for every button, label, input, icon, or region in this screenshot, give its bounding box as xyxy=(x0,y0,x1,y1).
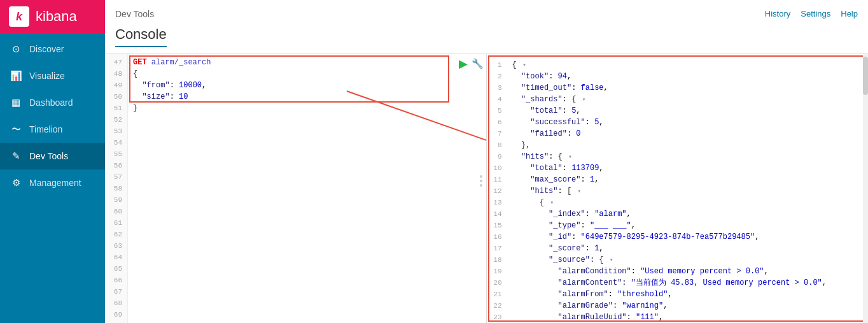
code-line-54 xyxy=(133,137,481,148)
ln-55: 55 xyxy=(105,148,127,160)
resp-line-9: "hits": { ▾ xyxy=(512,151,861,162)
resp-line-8: }, xyxy=(512,140,861,151)
ln-67: 67 xyxy=(105,286,127,298)
code-line-70 xyxy=(133,320,481,323)
sidebar-item-timelion[interactable]: 〜 Timelion xyxy=(0,116,105,143)
rln-21: 21 xyxy=(489,289,507,300)
sidebar-item-timelion-label: Timelion xyxy=(29,124,62,134)
rln-15: 15 xyxy=(489,220,507,231)
resp-line-7: "failed": 0 xyxy=(512,128,861,140)
rln-18: 18 xyxy=(489,254,507,266)
rln-11: 11 xyxy=(489,174,507,185)
dot3 xyxy=(480,184,482,187)
rln-4: 4 xyxy=(489,94,507,105)
response-border: 1 2 3 4 5 6 7 8 9 10 11 12 13 14 xyxy=(488,55,867,322)
editor-line-numbers: 47 48 49 50 51 52 53 54 55 56 57 58 59 6… xyxy=(105,54,128,323)
history-button[interactable]: History xyxy=(765,9,790,18)
sidebar-item-visualize[interactable]: 📊 Visualize xyxy=(0,62,105,89)
run-button[interactable]: ▶ xyxy=(459,57,468,71)
code-line-63 xyxy=(133,240,481,252)
rln-19: 19 xyxy=(489,266,507,277)
sidebar: k kibana ⊙ Discover 📊 Visualize ▦ Dashbo… xyxy=(0,0,105,323)
sidebar-item-dashboard-label: Dashboard xyxy=(29,97,73,108)
ln-69: 69 xyxy=(105,309,127,320)
sidebar-item-management[interactable]: ⚙ Management xyxy=(0,169,105,196)
code-line-69 xyxy=(133,309,481,320)
response-panel: 1 2 3 4 5 6 7 8 9 10 11 12 13 14 xyxy=(487,54,869,323)
rln-13: 13 xyxy=(489,197,507,208)
settings-button[interactable]: Settings xyxy=(801,9,830,18)
kibana-logo-icon: k xyxy=(9,6,29,27)
sidebar-item-discover[interactable]: ⊙ Discover xyxy=(0,36,105,62)
topbar-row: Dev Tools History Settings Help xyxy=(115,0,858,22)
main-content: Dev Tools History Settings Help Console … xyxy=(105,0,868,323)
ln-61: 61 xyxy=(105,217,127,229)
resp-line-6: "successful": 5, xyxy=(512,117,861,128)
resp-line-11: "max_score": 1, xyxy=(512,174,861,185)
sidebar-item-management-label: Management xyxy=(29,178,81,188)
code-line-59 xyxy=(133,194,481,206)
discover-icon: ⊙ xyxy=(10,43,22,55)
rln-23: 23 xyxy=(489,312,507,320)
editor-content[interactable]: 47 48 49 50 51 52 53 54 55 56 57 58 59 6… xyxy=(105,54,486,323)
help-button[interactable]: Help xyxy=(841,9,858,18)
sidebar-item-discover-label: Discover xyxy=(29,44,64,54)
resp-line-14: "_index": "alarm", xyxy=(512,208,861,220)
code-line-65 xyxy=(133,263,481,275)
rln-14: 14 xyxy=(489,208,507,220)
ln-65: 65 xyxy=(105,263,127,275)
rln-17: 17 xyxy=(489,243,507,254)
ln-60: 60 xyxy=(105,206,127,217)
ln-58: 58 xyxy=(105,183,127,194)
wrench-button[interactable]: 🔧 xyxy=(472,57,484,71)
editor-toolbar: ▶ 🔧 xyxy=(459,57,484,71)
rln-7: 7 xyxy=(489,128,507,140)
resp-line-22: "alarmGrade": "warning", xyxy=(512,300,861,312)
ln-68: 68 xyxy=(105,298,127,309)
ln-53: 53 xyxy=(105,126,127,137)
code-line-61 xyxy=(133,217,481,229)
resp-line-3: "timed_out": false, xyxy=(512,82,861,94)
code-area[interactable]: ▶ 🔧 GET alarm/_search { "from": 10000, "… xyxy=(128,54,486,323)
rln-9: 9 xyxy=(489,151,507,162)
code-line-47: GET alarm/_search xyxy=(133,57,481,68)
resp-line-15: "_type": "___ ___", xyxy=(512,220,861,231)
response-content[interactable]: 1 2 3 4 5 6 7 8 9 10 11 12 13 14 xyxy=(489,57,866,320)
rln-20: 20 xyxy=(489,277,507,289)
ln-57: 57 xyxy=(105,171,127,183)
code-line-55 xyxy=(133,148,481,160)
timelion-icon: 〜 xyxy=(10,124,22,135)
scrollbar-track[interactable] xyxy=(863,54,868,323)
sidebar-item-dashboard[interactable]: ▦ Dashboard xyxy=(0,89,105,116)
devtools-icon: ✎ xyxy=(10,150,22,162)
ln-47: 47 xyxy=(105,57,127,68)
sidebar-item-devtools[interactable]: ✎ Dev Tools xyxy=(0,143,105,169)
rln-22: 22 xyxy=(489,300,507,312)
rln-12: 12 xyxy=(489,185,507,197)
rln-16: 16 xyxy=(489,231,507,243)
code-line-52 xyxy=(133,114,481,126)
code-line-58 xyxy=(133,183,481,194)
code-line-51: } xyxy=(133,103,481,114)
resp-line-23: "alarmRuleUuid": "111", xyxy=(512,312,861,320)
resp-line-4: "_shards": { ▾ xyxy=(512,94,861,105)
dashboard-icon: ▦ xyxy=(10,97,22,108)
ln-49: 49 xyxy=(105,80,127,91)
resp-line-17: "_score": 1, xyxy=(512,243,861,254)
resp-line-20: "alarmContent": "当前值为 45.83, Used memory… xyxy=(512,277,861,289)
dot2 xyxy=(480,180,482,182)
code-line-49: "from": 10000, xyxy=(133,80,481,91)
ln-63: 63 xyxy=(105,240,127,252)
ln-62: 62 xyxy=(105,229,127,240)
ln-48: 48 xyxy=(105,68,127,80)
resp-line-2: "took": 94, xyxy=(512,71,861,82)
resp-line-19: "alarmCondition": "Used memory percent >… xyxy=(512,266,861,277)
scrollbar-thumb[interactable] xyxy=(863,57,868,95)
panel-divider-dots xyxy=(480,175,482,187)
editor-panel: 47 48 49 50 51 52 53 54 55 56 57 58 59 6… xyxy=(105,54,487,323)
console-container: 47 48 49 50 51 52 53 54 55 56 57 58 59 6… xyxy=(105,54,868,323)
ln-56: 56 xyxy=(105,160,127,171)
sidebar-item-visualize-label: Visualize xyxy=(29,71,65,81)
ln-50: 50 xyxy=(105,91,127,103)
logo-text: kibana xyxy=(36,8,77,25)
